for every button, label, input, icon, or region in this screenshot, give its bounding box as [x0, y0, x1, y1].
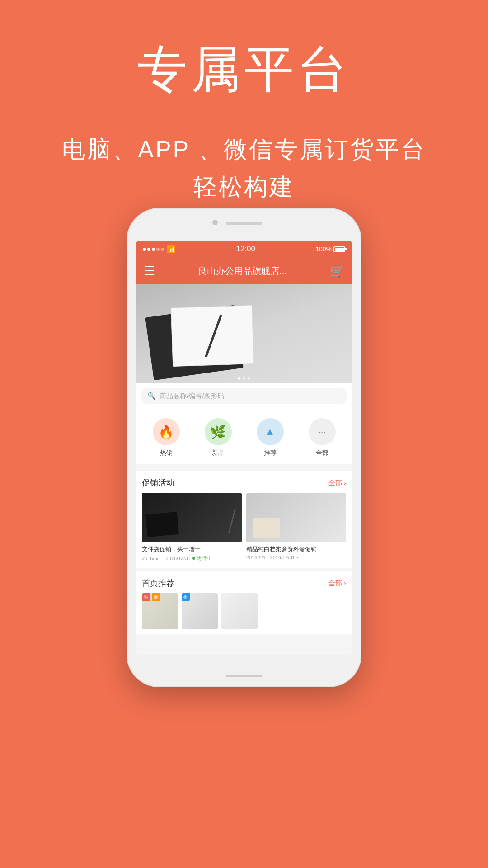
- rec-header: 首页推荐 全部 ›: [136, 571, 352, 593]
- status-bar: 📶 12:00 100%: [136, 241, 352, 258]
- banner-dot-1: [238, 377, 240, 380]
- promo-date-2: 2016/6/1 - 2016/12/31: [246, 555, 295, 560]
- recommend-label: 推荐: [264, 449, 277, 457]
- promo-date-1: 2016/6/1 - 2016/12/31: [142, 556, 191, 561]
- promotions-title: 促销活动: [142, 477, 174, 488]
- new-icon-circle: 🌿: [205, 418, 232, 445]
- cart-icon[interactable]: 🛒: [330, 264, 344, 278]
- wifi-icon: 📶: [167, 245, 176, 254]
- hero-subtitle-line1: 电脑、APP 、微信专属订货平台: [0, 131, 488, 168]
- recommend-icon: ▲: [265, 426, 275, 438]
- category-all[interactable]: ··· 全部: [309, 418, 336, 457]
- badge-recommend: 推: [182, 593, 190, 601]
- promo-status-2: •: [297, 555, 299, 560]
- recommend-icon-circle: ▲: [257, 418, 284, 445]
- rec-item-2[interactable]: 推: [182, 593, 218, 629]
- promotions-section: 促销活动 全部 › 文件袋促销，买一增一: [136, 471, 352, 568]
- phone-outer: 📶 12:00 100% ☰ 良山办公用品旗舰店... 🛒: [127, 208, 361, 687]
- promo-meta-1: 2016/6/1 - 2016/12/31 进行中: [142, 555, 242, 561]
- signal-dot-5: [161, 248, 164, 251]
- promo-notebook-mini: [145, 512, 179, 537]
- promo-title-1: 文件袋促销，买一增一: [142, 545, 242, 553]
- signal-dot-4: [156, 248, 160, 251]
- recommendations-section: 首页推荐 全部 › 热 促 推: [136, 571, 352, 634]
- menu-icon[interactable]: ☰: [144, 264, 155, 278]
- signal-dot-2: [147, 248, 150, 251]
- promo-pen-mini: [228, 509, 236, 533]
- signal-dot-3: [152, 248, 155, 251]
- promo-img-1: [142, 493, 242, 542]
- category-hot[interactable]: 🔥 热销: [153, 418, 180, 457]
- promo-list: 文件袋促销，买一增一 2016/6/1 - 2016/12/31 进行中: [136, 493, 352, 568]
- search-area: 🔍 商品名称/编号/条形码: [136, 383, 352, 409]
- rec-item-3[interactable]: [221, 593, 258, 629]
- search-bar[interactable]: 🔍 商品名称/编号/条形码: [141, 388, 347, 404]
- promo-item-2[interactable]: 精品纯白档案盒资料盒促销 2016/6/1 - 2016/12/31 •: [246, 493, 346, 561]
- hero-section: 专属平台 电脑、APP 、微信专属订货平台 轻松构建: [0, 0, 488, 206]
- new-label: 新品: [212, 449, 225, 457]
- rec-items-row: 热 促 推: [136, 593, 352, 634]
- hero-subtitle: 电脑、APP 、微信专属订货平台 轻松构建: [0, 131, 488, 206]
- promotions-header: 促销活动 全部 ›: [136, 471, 352, 493]
- all-label: 全部: [316, 449, 328, 457]
- status-left: 📶: [143, 245, 176, 254]
- battery-icon: [333, 246, 345, 252]
- promo-img-2: [246, 493, 346, 542]
- home-indicator: [226, 675, 262, 677]
- promo-dark-bg: [142, 493, 242, 542]
- phone-mockup: 📶 12:00 100% ☰ 良山办公用品旗舰店... 🛒: [127, 208, 361, 687]
- phone-screen: 📶 12:00 100% ☰ 良山办公用品旗舰店... 🛒: [136, 241, 352, 655]
- search-icon: 🔍: [147, 392, 156, 400]
- banner-dot-3: [248, 377, 250, 380]
- hot-label: 热销: [160, 449, 173, 457]
- promo-light-bg: [246, 493, 346, 542]
- active-label-1: 进行中: [197, 555, 212, 561]
- phone-speaker: [226, 222, 262, 225]
- signal-dots: [143, 248, 164, 251]
- hero-title: 专属平台: [0, 36, 488, 104]
- category-row: 🔥 热销 🌿 新品 ▲ 推荐: [136, 409, 352, 467]
- category-recommend[interactable]: ▲ 推荐: [257, 418, 284, 457]
- rec-title: 首页推荐: [142, 578, 174, 589]
- battery-percent: 100%: [315, 245, 332, 253]
- status-right: 100%: [315, 245, 345, 253]
- category-new[interactable]: 🌿 新品: [205, 418, 232, 457]
- new-icon: 🌿: [210, 425, 226, 439]
- banner-product: [136, 284, 352, 383]
- promo-folder: [253, 518, 280, 538]
- promo-meta-2: 2016/6/1 - 2016/12/31 •: [246, 555, 346, 560]
- banner-dot-2: [243, 377, 245, 380]
- search-placeholder: 商品名称/编号/条形码: [160, 392, 224, 401]
- store-name: 良山办公用品旗舰店...: [198, 265, 287, 277]
- badge-hot: 热: [142, 593, 150, 601]
- promotions-more[interactable]: 全部 ›: [328, 479, 346, 487]
- signal-dot-1: [143, 248, 146, 251]
- hero-subtitle-line2: 轻松构建: [0, 168, 488, 206]
- hot-icon-circle: 🔥: [153, 418, 180, 445]
- promo-item-1[interactable]: 文件袋促销，买一增一 2016/6/1 - 2016/12/31 进行中: [142, 493, 242, 561]
- hot-icon: 🔥: [158, 425, 174, 439]
- app-navbar: ☰ 良山办公用品旗舰店... 🛒: [136, 258, 352, 284]
- banner-dots: [238, 377, 250, 380]
- banner[interactable]: [136, 284, 352, 383]
- battery-fill: [335, 248, 344, 251]
- active-dot-1: [192, 557, 195, 560]
- status-time: 12:00: [236, 245, 255, 254]
- promo-title-2: 精品纯白档案盒资料盒促销: [246, 545, 346, 553]
- rec-item-1[interactable]: 热 促: [142, 593, 178, 629]
- badge-promo: 促: [152, 593, 160, 601]
- phone-camera: [212, 220, 218, 225]
- all-icon: ···: [318, 427, 326, 437]
- rec-more[interactable]: 全部 ›: [328, 579, 346, 588]
- all-icon-circle: ···: [309, 418, 336, 445]
